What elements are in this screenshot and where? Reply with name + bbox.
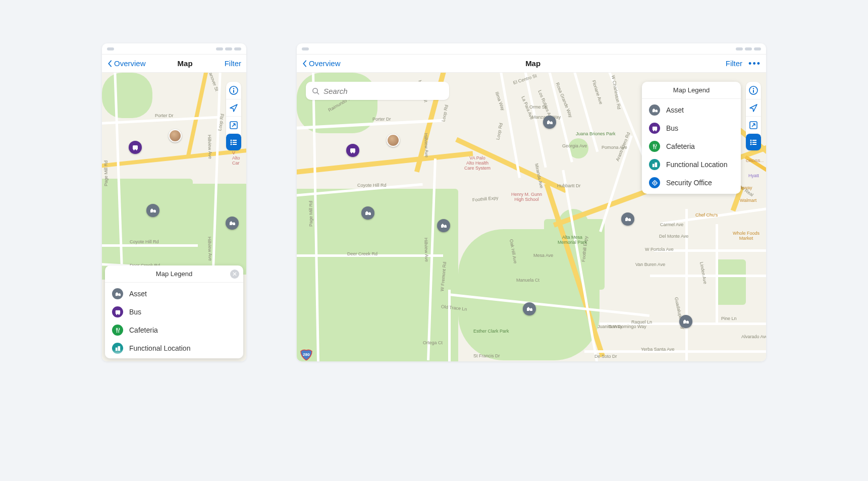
phone-device: Overview Map Filter Porter Dr Hanover St… (102, 43, 246, 361)
road-label: Foothill Expy (472, 195, 499, 202)
legend-item-label: Cafeteria (666, 142, 695, 150)
road-label: Georgia Ave (562, 143, 587, 148)
road-label: Hillview Ave (423, 238, 429, 262)
map-marker-asset[interactable] (226, 217, 239, 230)
poi-label: Chef Chu's (695, 213, 718, 218)
svg-text:280: 280 (303, 352, 310, 357)
road-label: W Portola Ave (645, 247, 674, 252)
road-label: Hubbartt Dr (557, 183, 581, 188)
legend-item-label: Bus (666, 124, 678, 132)
locate-button[interactable] (746, 99, 761, 116)
cafeteria-icon (649, 141, 660, 152)
road-label: Orme St (529, 104, 547, 110)
back-label: Overview (309, 59, 341, 68)
map-marker-bus[interactable] (346, 144, 359, 157)
road-label: Mesa Ave (533, 253, 553, 258)
legend-item[interactable]: Asset (105, 285, 243, 303)
legend-item-label: Bus (129, 308, 141, 316)
search-icon (312, 87, 319, 95)
back-button[interactable]: Overview (302, 59, 341, 68)
road-label: Page Mill Rd (308, 201, 313, 227)
more-button[interactable]: ••• (748, 59, 761, 68)
legend-item[interactable]: Asset (642, 101, 741, 119)
nav-bar: Overview Map Filter ••• (297, 55, 766, 73)
back-button[interactable]: Overview (107, 59, 146, 68)
navigate-icon (229, 103, 238, 113)
search-input[interactable] (323, 87, 443, 95)
filter-button[interactable]: Filter (225, 59, 241, 68)
nav-bar: Overview Map Filter (102, 55, 246, 73)
asset-icon (649, 104, 660, 116)
map-marker-user[interactable] (169, 129, 182, 142)
navigate-icon (749, 103, 758, 113)
legend-item[interactable]: Cafeteria (105, 321, 243, 339)
info-icon (749, 86, 758, 95)
chevron-left-icon (107, 60, 113, 68)
legend-item-label: Functional Location (129, 344, 190, 352)
map-marker-asset[interactable] (679, 315, 692, 328)
legend-item-label: Security Office (666, 179, 712, 187)
tablet-device: Overview Map Filter ••• (297, 43, 766, 361)
legend-toggle-button[interactable] (746, 133, 761, 150)
map-marker-user[interactable] (387, 134, 400, 147)
road-label: Pomona Ave (602, 145, 627, 150)
legend-panel: Map Legend AssetBusCafeteriaFunctional L… (642, 82, 741, 194)
info-icon (229, 86, 238, 95)
bus-icon (649, 123, 660, 134)
legend-item[interactable]: Functional Location (105, 339, 243, 357)
legend-item[interactable]: Cafeteria (642, 137, 741, 155)
map-canvas[interactable]: Porter Dr Hanover St Raimundo Way Coyote… (297, 73, 766, 361)
road-label: Hillview Ave (423, 133, 429, 157)
road-label: Porter Dr (155, 113, 174, 118)
legend-toggle-button[interactable] (226, 133, 241, 150)
list-icon (229, 138, 238, 147)
info-button[interactable] (746, 82, 761, 99)
info-button[interactable] (226, 82, 241, 99)
status-bar (102, 43, 246, 55)
road-label: Floriane Ave (591, 79, 604, 105)
poi-label: VAltoCar (232, 151, 240, 166)
road-label: Manuela Ct (516, 278, 539, 283)
road-label: Hillview Ave (207, 135, 213, 159)
map-marker-asset[interactable] (523, 302, 536, 315)
legend-item[interactable]: Bus (642, 119, 741, 137)
legend-items-tablet: AssetBusCafeteriaFunctional LocationSecu… (642, 99, 741, 194)
search-box[interactable] (306, 82, 449, 100)
road-label: Pine Ln (721, 316, 737, 321)
road-label: Juanita Way (598, 324, 622, 329)
map-marker-bus[interactable] (129, 141, 142, 154)
map-marker-asset[interactable] (437, 219, 450, 232)
road-label: Porter Dr (372, 117, 391, 122)
functional-icon (649, 159, 660, 170)
road-label: Van Buren Ave (635, 262, 665, 267)
road-label: Coyote Hill Rd (130, 239, 159, 244)
road-label: De Soto Dr (594, 354, 617, 359)
asset-icon (112, 288, 123, 299)
route-shield-icon: 280 (300, 349, 313, 361)
map-marker-asset[interactable] (361, 206, 374, 220)
map-marker-asset[interactable] (146, 204, 159, 217)
poi-label: Juana Briones Park (576, 132, 616, 137)
legend-item-label: Asset (666, 106, 684, 114)
legend-item[interactable]: Bus (105, 303, 243, 321)
road-label: Loop Rd (495, 123, 504, 140)
map-marker-asset[interactable] (543, 116, 556, 129)
legend-item[interactable]: Security Office (642, 174, 741, 192)
expand-icon (229, 121, 238, 130)
map-canvas[interactable]: Porter Dr Hanover St Coyote Hill Rd Deer… (102, 73, 246, 361)
expand-button[interactable] (746, 116, 761, 133)
road-label: Hillview Ave (207, 237, 213, 261)
back-label: Overview (114, 59, 146, 68)
legend-item[interactable]: Functional Location (642, 155, 741, 174)
poi-label: Alta MesaMemorial Park (558, 235, 587, 245)
filter-button[interactable]: Filter (726, 59, 742, 68)
legend-item[interactable]: Security Office (105, 357, 243, 358)
map-marker-asset[interactable] (621, 212, 634, 226)
road-label: Coyote Hill Rd (357, 183, 387, 188)
legend-close-button[interactable]: ✕ (230, 270, 239, 279)
road-label: Linden Ave (699, 261, 708, 284)
chevron-left-icon (302, 60, 308, 68)
functional-icon (112, 343, 123, 354)
locate-button[interactable] (226, 99, 241, 116)
expand-button[interactable] (226, 116, 241, 133)
